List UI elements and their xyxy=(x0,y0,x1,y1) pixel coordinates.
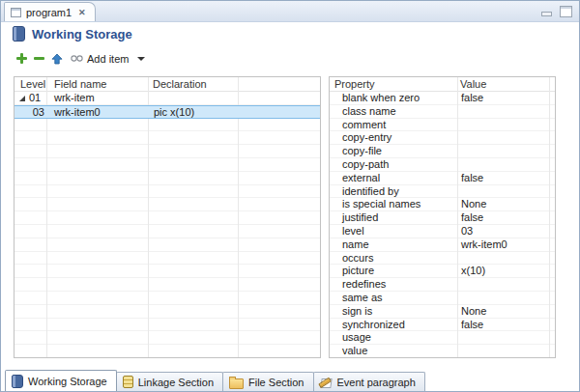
maximize-icon[interactable] xyxy=(560,6,572,17)
property-value[interactable]: None xyxy=(457,305,486,319)
tab-label: Working Storage xyxy=(28,376,107,387)
field-name-cell[interactable]: wrk-item xyxy=(47,92,149,105)
property-value[interactable]: false xyxy=(457,172,483,185)
level-value: 03 xyxy=(33,106,44,118)
property-row[interactable]: copy-file xyxy=(330,145,555,158)
column-divider xyxy=(148,77,149,357)
editor-window: program1 ✕ Working Storage Add item xyxy=(0,0,580,392)
move-up-button[interactable] xyxy=(48,51,65,66)
property-value[interactable]: false xyxy=(457,319,483,332)
add-item-label: Add item xyxy=(87,53,129,65)
property-table-body: blank when zero false class name comment… xyxy=(330,92,555,357)
property-row[interactable]: justified false xyxy=(330,211,555,225)
column-header-field-name[interactable]: Field name xyxy=(54,77,106,91)
declaration-cell[interactable]: pic x(10) xyxy=(149,106,238,118)
property-name: same as xyxy=(330,292,457,305)
minus-icon xyxy=(34,57,44,60)
close-icon[interactable]: ✕ xyxy=(78,8,86,17)
property-row[interactable]: usage xyxy=(330,331,555,345)
column-header-level[interactable]: Level xyxy=(20,77,45,91)
arrow-up-icon xyxy=(51,53,63,65)
property-row[interactable]: redefines xyxy=(330,278,555,292)
property-row[interactable]: picture x(10) xyxy=(330,265,555,278)
property-value[interactable]: wrk-item0 xyxy=(457,238,508,252)
plus-icon xyxy=(16,53,27,64)
minimize-icon[interactable] xyxy=(541,12,552,16)
tree-expander-icon[interactable] xyxy=(19,96,25,101)
field-row[interactable]: 03 wrk-item0 pic x(10) xyxy=(14,105,320,119)
level-cell: 01 xyxy=(14,92,47,105)
level-value: 01 xyxy=(29,92,41,105)
property-name: usage xyxy=(330,331,457,345)
property-name: is special names xyxy=(330,198,457,211)
column-divider xyxy=(238,77,239,357)
toolbar: Add item xyxy=(14,51,145,66)
property-row[interactable]: copy-path xyxy=(330,158,555,172)
property-value[interactable]: false xyxy=(457,211,483,225)
tab-label: File Section xyxy=(248,377,304,388)
property-value[interactable]: false xyxy=(457,92,483,105)
property-value[interactable]: x(10) xyxy=(457,265,485,278)
property-row[interactable]: sign is None xyxy=(330,305,555,319)
column-divider xyxy=(457,77,458,357)
property-name: synchronized xyxy=(330,319,457,332)
property-row[interactable]: synchronized false xyxy=(330,319,555,332)
column-header-property[interactable]: Property xyxy=(334,77,375,91)
property-name: occurs xyxy=(330,252,457,266)
property-name: class name xyxy=(330,105,457,119)
property-row[interactable]: class name xyxy=(330,105,555,119)
property-name: picture xyxy=(330,265,457,278)
field-row[interactable]: 01 wrk-item xyxy=(14,92,320,105)
property-row[interactable]: identified by xyxy=(330,185,555,199)
chevron-down-icon[interactable] xyxy=(137,57,145,61)
property-table: Property Value blank when zero false cla… xyxy=(329,76,556,358)
column-header-declaration[interactable]: Declaration xyxy=(153,77,207,91)
property-name: redefines xyxy=(330,278,457,292)
editor-tabbar: program1 ✕ xyxy=(1,1,579,22)
level-cell: 03 xyxy=(14,106,47,118)
property-row[interactable]: level 03 xyxy=(330,225,555,238)
field-table-header: Level Field name Declaration xyxy=(14,77,320,92)
property-row[interactable]: occurs xyxy=(330,252,555,266)
property-name: name xyxy=(330,238,457,252)
tab-linkage-section[interactable]: Linkage Section xyxy=(116,372,223,391)
property-value[interactable]: None xyxy=(457,198,486,211)
property-value[interactable]: 03 xyxy=(457,225,473,238)
property-name: level xyxy=(330,225,457,238)
property-row[interactable]: is special names None xyxy=(330,198,555,211)
property-row[interactable]: copy-entry xyxy=(330,131,555,145)
property-name: value xyxy=(330,345,457,357)
property-name: justified xyxy=(330,211,457,225)
editor-tab-program1[interactable]: program1 ✕ xyxy=(4,2,96,21)
property-name: copy-entry xyxy=(330,131,457,145)
folder-icon xyxy=(229,378,244,389)
property-name: copy-path xyxy=(330,158,457,172)
property-row[interactable]: value xyxy=(330,345,555,357)
property-row[interactable]: same as xyxy=(330,292,555,305)
view-title: Working Storage xyxy=(13,26,132,42)
property-row[interactable]: blank when zero false xyxy=(330,92,555,105)
tab-working-storage[interactable]: Working Storage xyxy=(5,370,117,391)
column-header-value[interactable]: Value xyxy=(460,77,486,91)
pencil-page-icon xyxy=(320,377,333,388)
column-divider xyxy=(549,77,550,357)
add-item-button[interactable]: Add item xyxy=(71,53,145,65)
property-name: sign is xyxy=(330,305,457,319)
field-table-body: 01 wrk-item 03 wrk-item0 pic x(10) xyxy=(14,92,320,357)
property-row[interactable]: external false xyxy=(330,172,555,185)
field-name-cell[interactable]: wrk-item0 xyxy=(47,106,149,118)
tab-event-paragraph[interactable]: Event paragraph xyxy=(313,372,425,391)
add-button[interactable] xyxy=(14,51,30,66)
property-table-header: Property Value xyxy=(330,77,555,92)
property-row[interactable]: comment xyxy=(330,119,555,132)
field-table: Level Field name Declaration 01 wrk-item xyxy=(14,76,321,358)
tab-label: Event paragraph xyxy=(337,377,416,388)
section-tabbar: Working Storage Linkage Section File Sec… xyxy=(5,370,424,391)
property-row[interactable]: name wrk-item0 xyxy=(330,238,555,252)
declaration-cell[interactable] xyxy=(149,92,238,105)
view-window-controls xyxy=(541,6,572,17)
window-icon xyxy=(11,8,21,17)
tab-file-section[interactable]: File Section xyxy=(222,372,313,391)
remove-button[interactable] xyxy=(31,51,47,66)
editor-tab-title: program1 xyxy=(26,7,72,18)
